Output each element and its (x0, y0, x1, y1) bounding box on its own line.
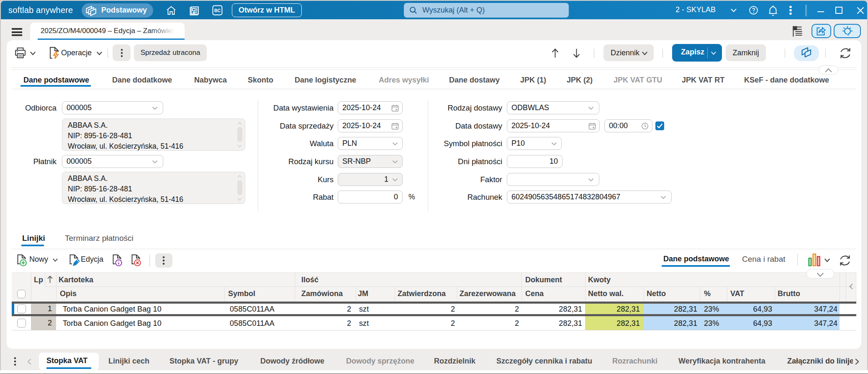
svg-text:BC: BC (214, 8, 221, 13)
